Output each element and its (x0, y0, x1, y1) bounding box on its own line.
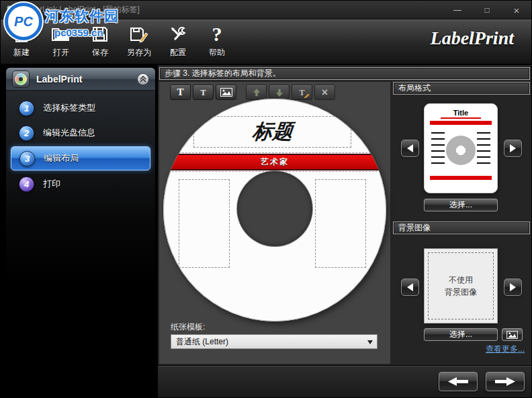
add-text-button[interactable]: T (170, 85, 191, 100)
background-select-button[interactable]: 选择... (424, 328, 498, 341)
paper-template-select[interactable]: 普通纸 (Letter) (171, 334, 378, 349)
layout-thumb-band-top (430, 121, 492, 125)
collapse-sidebar-button[interactable] (137, 73, 149, 85)
disc-title-field[interactable]: 标题 (193, 116, 351, 148)
track-list-right[interactable] (315, 179, 366, 268)
image-browse-icon (506, 331, 518, 339)
step-instruction-bar: 步骤 3. 选择标签的布局和背景。 (159, 67, 530, 80)
step-1-label: 选择标签类型 (43, 102, 95, 114)
add-image-icon (220, 88, 232, 97)
previous-step-button[interactable] (439, 372, 478, 391)
background-thumb-inner: 不使用 背景图像 (428, 252, 494, 319)
sidebar-step-2[interactable]: 2 编辑光盘信息 (11, 121, 150, 144)
new-label: 新建 (13, 47, 30, 58)
layout-thumb-tracklines-left (431, 132, 445, 168)
move-up-button[interactable] (246, 85, 267, 100)
chevron-up-icon (140, 76, 146, 83)
settings-tools-icon (169, 22, 187, 46)
delete-icon: × (322, 87, 328, 98)
background-next-button[interactable] (504, 279, 522, 296)
configure-label: 配置 (170, 47, 186, 58)
layout-thumb-tracklines-right (477, 132, 490, 168)
help-label: 帮助 (209, 47, 225, 58)
view-more-link[interactable]: 查看更多... (457, 344, 525, 355)
move-down-button[interactable] (269, 85, 290, 100)
watermark-text: 河东软件园 pc0359.cn (45, 7, 119, 38)
layout-format-header: 布局格式 (393, 82, 530, 95)
sidebar-title: LabelPrint (36, 74, 82, 85)
watermark-site-name: 河东软件园 (45, 7, 119, 26)
big-arrow-right-icon (495, 377, 515, 387)
sidebar-step-3-active[interactable]: 3 编辑布局 (11, 146, 150, 170)
labelprint-disc-icon (12, 70, 30, 88)
layout-next-button[interactable] (504, 140, 522, 157)
save-as-button[interactable]: 另存为 (120, 22, 159, 62)
step-4-badge: 4 (19, 177, 34, 192)
step-3-badge: 3 (19, 151, 35, 166)
disc-artist-band[interactable]: 艺术家 (167, 154, 383, 170)
step-1-badge: 1 (19, 101, 34, 116)
app-window: CyberLink LabelPrint - [我的标签] — □ × 新建 打… (0, 0, 532, 398)
big-arrow-left-icon (448, 377, 468, 387)
layout-select-label: 选择... (449, 199, 472, 211)
edit-text-button[interactable]: T (292, 85, 312, 100)
step-3-label: 编辑布局 (44, 152, 79, 164)
arrow-right-icon (510, 283, 516, 291)
move-down-icon (275, 88, 284, 97)
label-canvas: T T T × 标题 艺术家 (159, 82, 390, 364)
right-panel: 布局格式 Title 选择... 背景图像 不使用 背景图像 (393, 82, 530, 364)
track-list-left[interactable] (179, 179, 230, 268)
delete-button[interactable]: × (314, 85, 335, 100)
save-as-label: 另存为 (127, 47, 151, 58)
watermark-logo-icon: PC (5, 3, 42, 40)
background-select-label: 选择... (449, 329, 472, 340)
step-instruction-text: 步骤 3. 选择标签的布局和背景。 (165, 68, 281, 79)
brand-logo: LabelPrint (431, 28, 514, 49)
open-label: 打开 (53, 47, 69, 58)
background-prev-button[interactable] (401, 279, 419, 296)
sidebar: LabelPrint 1 选择标签类型 2 编辑光盘信息 3 编辑布局 4 打印 (6, 68, 155, 398)
background-image-title: 背景图像 (398, 222, 431, 234)
disc-title-text: 标题 (251, 118, 294, 146)
canvas-toolbar: T T T × (170, 85, 337, 100)
disc-preview[interactable]: 标题 艺术家 (163, 99, 386, 321)
close-button[interactable]: × (502, 1, 531, 19)
layout-prev-button[interactable] (401, 140, 419, 157)
layout-format-title: 布局格式 (398, 83, 431, 94)
next-step-button[interactable] (486, 372, 525, 391)
background-thumbnail[interactable]: 不使用 背景图像 (424, 248, 498, 324)
window-controls: — □ × (443, 1, 531, 19)
watermark-logo-text: PC (14, 14, 33, 30)
watermark-site-url: pc0359.cn (54, 27, 119, 38)
background-thumb-line2: 背景图像 (445, 286, 477, 298)
help-button[interactable]: ? 帮助 (197, 22, 236, 62)
step-2-badge: 2 (19, 126, 34, 141)
add-text-icon: T (177, 87, 183, 97)
layout-select-button[interactable]: 选择... (424, 199, 498, 211)
step-list: 1 选择标签类型 2 编辑光盘信息 3 编辑布局 4 打印 (6, 91, 155, 195)
maximize-button[interactable]: □ (472, 1, 502, 19)
sidebar-header: LabelPrint (6, 68, 155, 91)
arrow-left-icon (407, 283, 413, 291)
browse-image-button[interactable] (502, 328, 523, 341)
minimize-button[interactable]: — (443, 1, 472, 19)
step-4-label: 打印 (43, 178, 60, 190)
disc-center-hole (237, 171, 312, 246)
paper-template-value: 普通纸 (Letter) (176, 336, 228, 348)
layout-thumb-band-bottom (430, 176, 492, 180)
chevron-down-icon (367, 340, 373, 344)
layout-thumb-title: Title (441, 109, 481, 119)
text-style-button[interactable]: T (193, 85, 214, 100)
add-image-button[interactable] (216, 85, 236, 100)
sidebar-step-1[interactable]: 1 选择标签类型 (11, 97, 150, 119)
step-2-label: 编辑光盘信息 (43, 127, 95, 139)
layout-thumbnail[interactable]: Title (424, 103, 498, 193)
help-icon: ? (212, 22, 222, 46)
arrow-right-icon (510, 144, 516, 152)
background-thumb-line1: 不使用 (449, 274, 473, 286)
layout-thumb-hole (446, 136, 476, 165)
paper-template-label: 纸张模板: (171, 321, 205, 333)
arrow-left-icon (407, 144, 413, 152)
configure-button[interactable]: 配置 (159, 22, 197, 62)
sidebar-step-4[interactable]: 4 打印 (11, 172, 150, 195)
